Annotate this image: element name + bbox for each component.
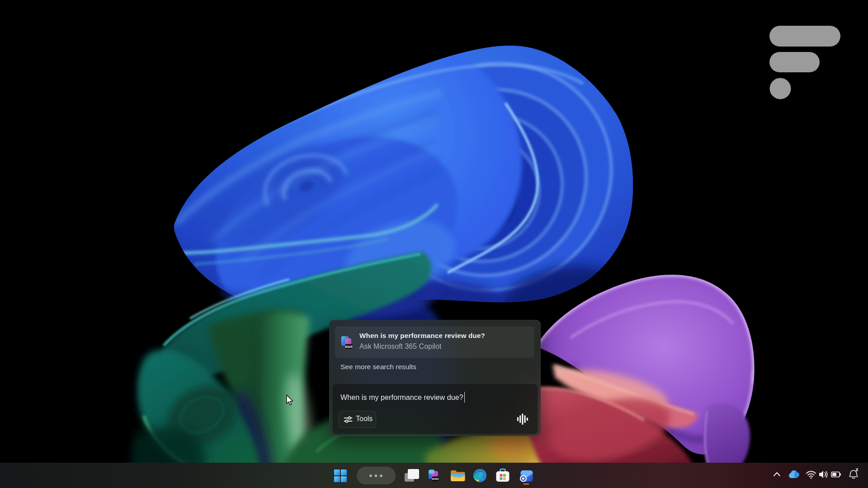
svg-text:M365: M365	[345, 345, 352, 348]
svg-text:M365: M365	[432, 478, 439, 480]
